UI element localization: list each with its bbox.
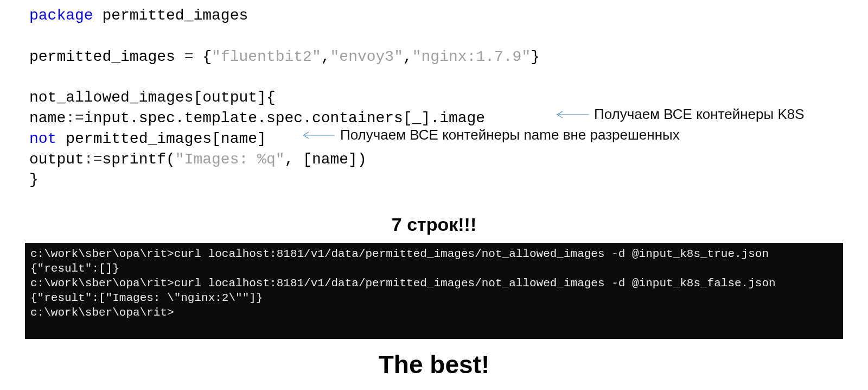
string-literal: "fluentbit2" (212, 48, 321, 65)
string-literal: "envoy3" (330, 48, 403, 65)
operator-equals: = (184, 48, 194, 65)
terminal-output: c:\work\sber\opa\rit>curl localhost:8181… (25, 243, 843, 338)
heading-the-best: The best! (0, 350, 868, 379)
code-text: , [name]) (285, 151, 367, 168)
underscore: _ (412, 110, 422, 127)
string-literal: "Images: %q" (175, 151, 285, 168)
code-text: output (29, 151, 84, 168)
annotation-text-2: Получаем ВСЕ контейнеры name вне разреше… (340, 127, 680, 143)
terminal-line: c:\work\sber\opa\rit> (30, 306, 174, 319)
code-text: name (29, 110, 66, 127)
brace: } (531, 48, 540, 65)
operator-assign: := (66, 110, 84, 127)
terminal-line: c:\work\sber\opa\rit>curl localhost:8181… (30, 248, 769, 260)
code-text: permitted_images (29, 48, 184, 65)
code-text: permitted_images (93, 7, 248, 24)
comma: , (403, 48, 412, 65)
string-literal: "nginx:1.7.9" (412, 48, 531, 65)
keyword-not: not (29, 130, 56, 147)
code-text: ].image (422, 110, 486, 127)
code-text: not_allowed_images[output] (29, 89, 266, 106)
comma: , (321, 48, 330, 65)
brace: } (29, 171, 39, 188)
annotation-text-1: Получаем ВСЕ контейнеры K8S (594, 106, 805, 123)
code-text: permitted_images[name] (56, 130, 266, 147)
terminal-line: c:\work\sber\opa\rit>curl localhost:8181… (30, 277, 776, 290)
keyword-package: package (29, 7, 93, 24)
terminal-line: {"result":[]} (30, 262, 119, 275)
brace: { (266, 89, 276, 106)
heading-lines-count: 7 строк!!! (0, 214, 868, 235)
code-text: input.spec.template.spec.containers[ (84, 110, 412, 127)
brace: { (193, 48, 212, 65)
code-text: sprintf( (102, 151, 175, 168)
terminal-line: {"result":["Images: \"nginx:2\""]} (30, 292, 263, 304)
rego-code-block: package permitted_images permitted_image… (29, 5, 868, 190)
operator-assign: := (84, 151, 103, 168)
